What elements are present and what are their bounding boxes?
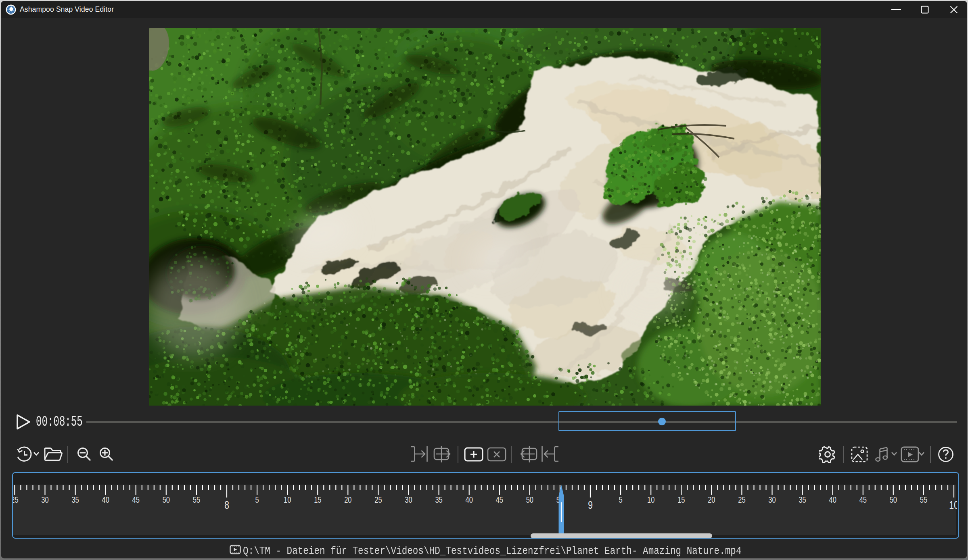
svg-text:10: 10 [949,499,957,511]
svg-text:25: 25 [738,495,745,505]
svg-text:45: 45 [132,495,140,505]
svg-text:10: 10 [284,495,291,505]
svg-text:40: 40 [466,495,473,505]
svg-text:35: 35 [71,495,79,505]
svg-text:25: 25 [13,495,19,505]
svg-text:35: 35 [799,495,806,505]
svg-text:10: 10 [647,495,655,505]
svg-text:20: 20 [708,495,715,505]
svg-text:25: 25 [374,495,382,505]
svg-text:55: 55 [920,495,927,505]
svg-text:5: 5 [619,495,623,505]
svg-text:20: 20 [344,495,352,505]
svg-text:30: 30 [768,495,776,505]
svg-text:5: 5 [255,495,259,505]
svg-text:55: 55 [193,495,200,505]
svg-text:30: 30 [41,495,49,505]
svg-text:50: 50 [163,495,170,505]
svg-text:45: 45 [859,495,867,505]
svg-text:8: 8 [224,499,229,511]
svg-text:30: 30 [405,495,412,505]
svg-text:40: 40 [829,495,837,505]
svg-text:35: 35 [435,495,442,505]
svg-text:15: 15 [677,495,685,505]
svg-text:40: 40 [102,495,110,505]
svg-text:50: 50 [890,495,897,505]
svg-text:50: 50 [526,495,534,505]
svg-text:9: 9 [588,499,593,511]
svg-text:15: 15 [314,495,321,505]
svg-text:45: 45 [496,495,503,505]
